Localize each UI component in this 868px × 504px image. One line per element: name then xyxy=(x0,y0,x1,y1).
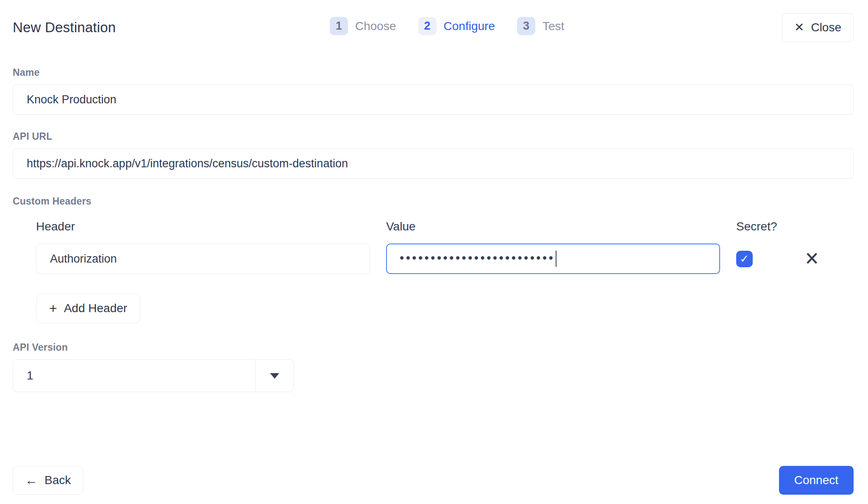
secret-checkbox[interactable]: ✓ xyxy=(736,251,753,267)
plus-icon: + xyxy=(49,302,57,315)
name-input[interactable] xyxy=(13,84,854,115)
select-arrow-box xyxy=(255,360,293,392)
column-value-title: Value xyxy=(386,220,720,233)
api-version-select[interactable]: 1 xyxy=(13,359,294,392)
step-2-label: Configure xyxy=(444,19,495,33)
custom-headers-column-titles: Header Value Secret? xyxy=(13,220,854,233)
text-cursor xyxy=(556,251,556,267)
step-2-badge: 2 xyxy=(418,17,437,35)
custom-header-row: ••••••••••••••••••••••••• ✓ ✕ xyxy=(13,244,854,274)
page-title: New Destination xyxy=(13,19,116,36)
close-button[interactable]: ✕ Close xyxy=(782,13,854,42)
step-3-label: Test xyxy=(542,19,564,33)
close-icon: ✕ xyxy=(794,22,804,33)
stepper: 1 Choose 2 Configure 3 Test xyxy=(330,17,564,35)
step-configure[interactable]: 2 Configure xyxy=(418,17,495,35)
connect-button[interactable]: Connect xyxy=(779,466,854,495)
modal-footer: ← Back Connect xyxy=(13,466,854,495)
back-button[interactable]: ← Back xyxy=(13,466,83,495)
add-header-button[interactable]: + Add Header xyxy=(36,294,140,323)
api-url-label: API URL xyxy=(13,131,854,142)
remove-header-icon[interactable]: ✕ xyxy=(804,249,819,268)
name-label: Name xyxy=(13,67,854,78)
step-test[interactable]: 3 Test xyxy=(517,17,564,35)
step-1-badge: 1 xyxy=(330,17,348,35)
modal-header: New Destination 1 Choose 2 Configure 3 T… xyxy=(13,0,854,42)
close-label: Close xyxy=(811,21,841,34)
masked-value-text: ••••••••••••••••••••••••• xyxy=(400,252,555,264)
api-version-value: 1 xyxy=(13,360,255,392)
step-3-badge: 3 xyxy=(517,17,535,35)
api-version-label: API Version xyxy=(13,342,854,353)
custom-headers-label: Custom Headers xyxy=(13,196,854,207)
api-url-input[interactable] xyxy=(13,148,854,179)
column-header-title: Header xyxy=(36,220,370,233)
back-label: Back xyxy=(45,474,71,487)
checkmark-icon: ✓ xyxy=(740,253,749,264)
step-1-label: Choose xyxy=(355,19,396,33)
chevron-down-icon xyxy=(270,373,279,379)
new-destination-modal: New Destination 1 Choose 2 Configure 3 T… xyxy=(0,0,868,504)
header-value-input[interactable]: ••••••••••••••••••••••••• xyxy=(386,244,720,274)
secret-cell: ✓ ✕ xyxy=(736,250,854,268)
add-header-label: Add Header xyxy=(64,302,127,315)
column-secret-title: Secret? xyxy=(736,220,854,233)
header-name-input[interactable] xyxy=(36,244,370,274)
arrow-left-icon: ← xyxy=(25,474,38,487)
step-choose[interactable]: 1 Choose xyxy=(330,17,396,35)
